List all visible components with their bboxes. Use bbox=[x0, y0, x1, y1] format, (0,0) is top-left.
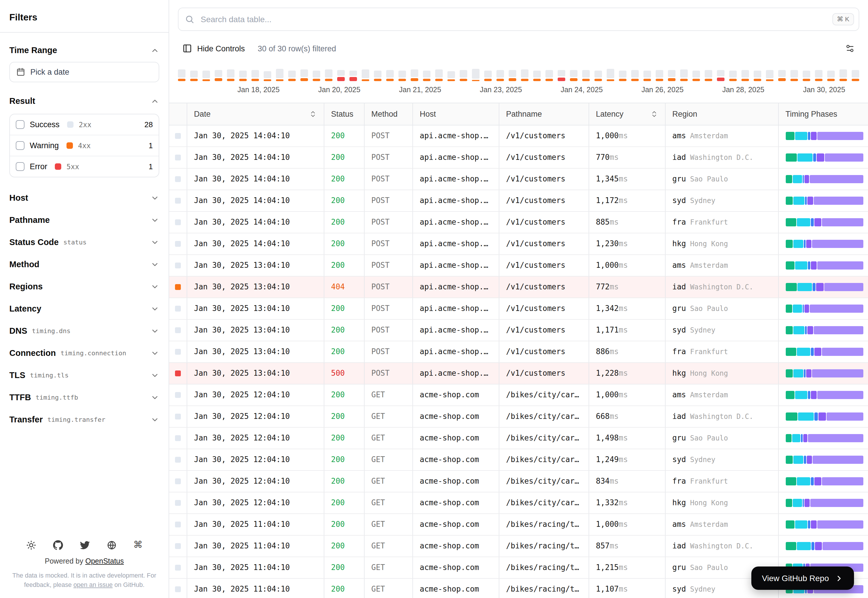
timeline-bar[interactable] bbox=[692, 70, 700, 81]
timeline-bar[interactable] bbox=[374, 70, 381, 81]
view-github-repo-button[interactable]: View GitHub Repo bbox=[751, 567, 854, 590]
timeline-bar[interactable] bbox=[545, 70, 553, 81]
timeline-bar[interactable] bbox=[668, 70, 675, 81]
view-options-button[interactable] bbox=[841, 39, 859, 58]
timeline-bar[interactable] bbox=[362, 69, 369, 81]
timeline-bar[interactable] bbox=[215, 70, 222, 81]
table-row[interactable]: Jan 30, 2025 11:04:10200GETacme-shop.com… bbox=[169, 535, 868, 556]
table-row[interactable]: Jan 30, 2025 14:04:10200POSTapi.acme-sho… bbox=[169, 168, 868, 190]
table-row[interactable]: Jan 30, 2025 13:04:10200POSTapi.acme-sho… bbox=[169, 298, 868, 319]
column-header-date[interactable]: Date bbox=[187, 103, 324, 125]
table-row[interactable]: Jan 30, 2025 14:04:10200POSTapi.acme-sho… bbox=[169, 211, 868, 233]
timeline-bar[interactable] bbox=[619, 70, 626, 81]
timeline-bar[interactable] bbox=[190, 70, 198, 81]
timeline-bar[interactable] bbox=[288, 70, 296, 81]
timeline-bar[interactable] bbox=[656, 70, 663, 81]
twitter-icon[interactable] bbox=[80, 540, 90, 550]
timeline-bar[interactable] bbox=[435, 69, 443, 81]
globe-icon[interactable] bbox=[106, 540, 117, 550]
result-option-error[interactable]: Error5xx1 bbox=[10, 156, 159, 177]
timeline-bar[interactable] bbox=[423, 70, 430, 81]
timeline-bar[interactable] bbox=[790, 70, 798, 81]
timeline-bar[interactable] bbox=[264, 71, 271, 81]
checkbox[interactable] bbox=[16, 120, 24, 129]
timeline-bar[interactable] bbox=[827, 70, 835, 81]
timeline-bar[interactable] bbox=[644, 70, 651, 81]
timeline-bar[interactable] bbox=[350, 70, 357, 81]
timeline-bar[interactable] bbox=[631, 70, 639, 81]
table-row[interactable]: Jan 30, 2025 12:04:10200GETacme-shop.com… bbox=[169, 492, 868, 513]
table-row[interactable]: Jan 30, 2025 12:04:10200GETacme-shop.com… bbox=[169, 405, 868, 427]
open-issue-link[interactable]: open an issue bbox=[73, 582, 113, 588]
table-row[interactable]: Jan 30, 2025 13:04:10200POSTapi.acme-sho… bbox=[169, 254, 868, 276]
table-row[interactable]: Jan 30, 2025 14:04:10200POSTapi.acme-sho… bbox=[169, 125, 868, 147]
result-option-warning[interactable]: Warning4xx1 bbox=[10, 135, 159, 156]
timeline-bar[interactable] bbox=[337, 70, 345, 81]
timeline-bar[interactable] bbox=[595, 70, 602, 81]
timeline-bar[interactable] bbox=[803, 70, 810, 81]
table-row[interactable]: Jan 30, 2025 12:04:10200GETacme-shop.com… bbox=[169, 384, 868, 405]
timeline-bar[interactable] bbox=[815, 70, 823, 81]
timeline-bar[interactable] bbox=[460, 70, 467, 81]
timeline-bar[interactable] bbox=[754, 70, 761, 81]
timeline-bar[interactable] bbox=[533, 70, 541, 81]
checkbox[interactable] bbox=[16, 162, 24, 171]
timeline-bar[interactable] bbox=[558, 70, 565, 81]
table-row[interactable]: Jan 30, 2025 12:04:10200GETacme-shop.com… bbox=[169, 427, 868, 448]
timeline-bar[interactable] bbox=[509, 70, 516, 81]
table-row[interactable]: Jan 30, 2025 14:04:10200POSTapi.acme-sho… bbox=[169, 233, 868, 254]
hide-controls-button[interactable]: Hide Controls bbox=[178, 40, 249, 57]
table-row[interactable]: Jan 30, 2025 13:04:10500POSTapi.acme-sho… bbox=[169, 362, 868, 384]
sort-icon[interactable] bbox=[309, 110, 317, 118]
sidebar-section-ttfb[interactable]: TTFBtiming.ttfb bbox=[9, 386, 159, 408]
timeline-bar[interactable] bbox=[717, 70, 725, 81]
sidebar-section-status-code[interactable]: Status Codestatus bbox=[9, 231, 159, 253]
date-picker-button[interactable]: Pick a date bbox=[9, 62, 159, 82]
timeline-bar[interactable] bbox=[680, 69, 688, 81]
timeline-bar[interactable] bbox=[313, 70, 320, 81]
sidebar-section-dns[interactable]: DNStiming.dns bbox=[9, 320, 159, 342]
github-icon[interactable] bbox=[53, 540, 63, 550]
timeline-bar[interactable] bbox=[276, 69, 284, 81]
timeline-bar[interactable] bbox=[766, 70, 774, 81]
timeline-bar[interactable] bbox=[178, 69, 185, 81]
theme-toggle-sun-icon[interactable] bbox=[26, 540, 36, 550]
timeline-bar[interactable] bbox=[570, 70, 578, 81]
timeline-bar[interactable] bbox=[472, 69, 480, 81]
table-row[interactable]: Jan 30, 2025 13:04:10404POSTapi.acme-sho… bbox=[169, 276, 868, 298]
timeline-bar[interactable] bbox=[582, 70, 590, 81]
timeline-bar[interactable] bbox=[852, 70, 859, 81]
sidebar-section-connection[interactable]: Connectiontiming.connection bbox=[9, 342, 159, 364]
timeline-bar[interactable] bbox=[447, 71, 455, 81]
sidebar-section-method[interactable]: Method bbox=[9, 253, 159, 275]
timeline-bar[interactable] bbox=[741, 70, 749, 81]
command-icon[interactable]: ⌘ bbox=[133, 540, 143, 550]
checkbox[interactable] bbox=[16, 141, 24, 150]
timeline-bar[interactable] bbox=[227, 69, 235, 81]
sidebar-section-pathname[interactable]: Pathname bbox=[9, 209, 159, 231]
result-section-header[interactable]: Result bbox=[9, 90, 159, 111]
timeline-bar[interactable] bbox=[300, 69, 308, 81]
timeline-bar[interactable] bbox=[729, 70, 737, 81]
timeline-bar[interactable] bbox=[484, 70, 492, 81]
timeline-bar[interactable] bbox=[399, 70, 406, 81]
sidebar-section-transfer[interactable]: Transfertiming.transfer bbox=[9, 408, 159, 431]
time-range-section-header[interactable]: Time Range bbox=[9, 40, 159, 61]
openstatus-link[interactable]: OpenStatus bbox=[85, 557, 124, 565]
sidebar-section-tls[interactable]: TLStiming.tls bbox=[9, 364, 159, 386]
table-row[interactable]: Jan 30, 2025 14:04:10200POSTapi.acme-sho… bbox=[169, 190, 868, 211]
timeline-bar[interactable] bbox=[496, 70, 504, 81]
search-input[interactable] bbox=[178, 7, 859, 31]
timeline-bar[interactable] bbox=[778, 70, 786, 81]
timeline-bar[interactable] bbox=[325, 69, 333, 81]
table-row[interactable]: Jan 30, 2025 12:04:10200GETacme-shop.com… bbox=[169, 448, 868, 470]
table-row[interactable]: Jan 30, 2025 14:04:10200POSTapi.acme-sho… bbox=[169, 147, 868, 168]
sort-icon[interactable] bbox=[650, 110, 658, 118]
timeline-bar[interactable] bbox=[386, 70, 394, 81]
timeline-bar[interactable] bbox=[411, 69, 418, 81]
timeline-bar[interactable] bbox=[521, 69, 529, 81]
column-header-latency[interactable]: Latency bbox=[589, 103, 665, 125]
table-row[interactable]: Jan 30, 2025 12:04:10200GETacme-shop.com… bbox=[169, 470, 868, 492]
timeline-bar[interactable] bbox=[705, 70, 712, 81]
timeline-bar[interactable] bbox=[239, 70, 247, 81]
